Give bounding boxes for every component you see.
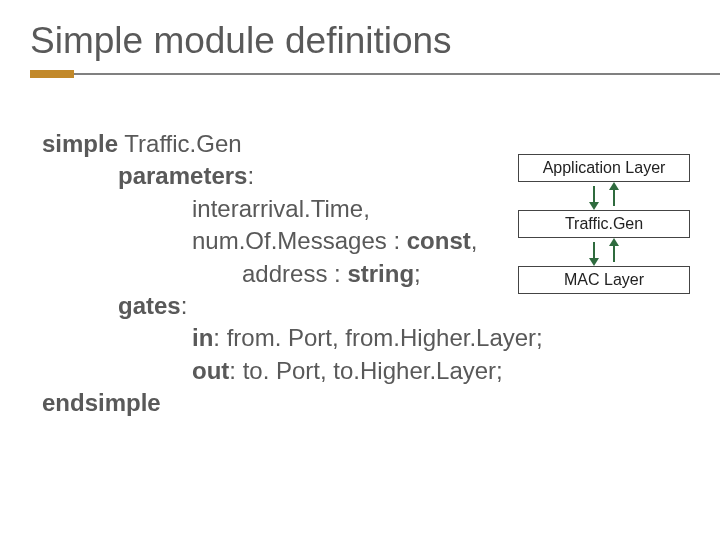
keyword-out: out — [192, 357, 229, 384]
code-text: : from. Port, from.Higher.Layer; — [213, 324, 542, 351]
code-line: out: to. Port, to.Higher.Layer; — [42, 355, 700, 387]
divider-line — [74, 73, 720, 75]
code-line: gates: — [42, 290, 700, 322]
keyword-simple: simple — [42, 130, 118, 157]
code-line: in: from. Port, from.Higher.Layer; — [42, 322, 700, 354]
title-rule — [0, 70, 720, 78]
code-text: , — [471, 227, 478, 254]
arrow-pair — [574, 238, 634, 266]
box-traffic-gen: Traffic.Gen — [518, 210, 690, 238]
slide: Simple module definitions simple Traffic… — [0, 0, 720, 540]
keyword-string: string — [347, 260, 414, 287]
layer-diagram: Application Layer Traffic.Gen MAC Layer — [518, 154, 690, 294]
code-text: : — [247, 162, 254, 189]
code-line: endsimple — [42, 387, 700, 419]
keyword-const: const — [407, 227, 471, 254]
box-application-layer: Application Layer — [518, 154, 690, 182]
keyword-in: in — [192, 324, 213, 351]
code-text: ; — [414, 260, 421, 287]
code-text: address : — [242, 260, 347, 287]
code-text: num.Of.Messages : — [192, 227, 407, 254]
arrow-pair — [574, 182, 634, 210]
code-text: Traffic.Gen — [118, 130, 242, 157]
code-text: : — [181, 292, 188, 319]
box-mac-layer: MAC Layer — [518, 266, 690, 294]
accent-bar — [30, 70, 74, 78]
code-text: : to. Port, to.Higher.Layer; — [229, 357, 502, 384]
page-title: Simple module definitions — [0, 0, 720, 70]
keyword-parameters: parameters — [118, 162, 247, 189]
keyword-gates: gates — [118, 292, 181, 319]
keyword-endsimple: endsimple — [42, 389, 161, 416]
